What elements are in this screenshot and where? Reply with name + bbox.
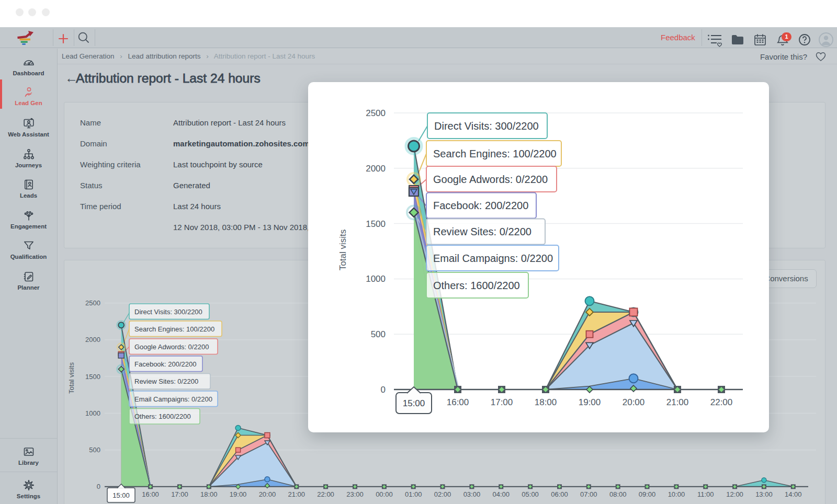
svg-text:20:00: 20:00 [259,490,276,498]
svg-text:15:00: 15:00 [112,491,130,499]
svg-text:07:00: 07:00 [580,490,597,498]
svg-text:13:00: 13:00 [755,490,773,498]
svg-text:Total visits: Total visits [338,230,348,270]
svg-text:2000: 2000 [366,164,386,174]
svg-text:22:00: 22:00 [710,397,733,407]
svg-text:500: 500 [89,446,100,454]
svg-text:1000: 1000 [366,274,386,284]
svg-text:Others: 1600/2200: Others: 1600/2200 [433,280,520,291]
svg-text:1500: 1500 [366,219,386,229]
svg-text:17:00: 17:00 [171,490,188,498]
svg-text:Search Engines: 100/2200: Search Engines: 100/2200 [134,325,214,333]
svg-text:0: 0 [381,385,386,395]
svg-text:Facebook: 200/2200: Facebook: 200/2200 [134,360,197,368]
svg-text:1000: 1000 [85,409,100,417]
svg-text:05:00: 05:00 [522,490,539,498]
svg-text:2500: 2500 [85,299,100,307]
svg-text:Total visits: Total visits [67,362,75,394]
svg-text:00:00: 00:00 [376,490,393,498]
svg-text:Email Campaigns: 0/2200: Email Campaigns: 0/2200 [433,253,553,264]
svg-text:1500: 1500 [85,373,100,381]
svg-text:11:00: 11:00 [697,490,714,498]
svg-text:500: 500 [371,329,386,339]
svg-text:09:00: 09:00 [639,490,656,498]
svg-text:Review Sites: 0/2200: Review Sites: 0/2200 [134,377,198,385]
svg-text:18:00: 18:00 [535,397,557,407]
svg-text:Search Engines: 100/2200: Search Engines: 100/2200 [433,148,557,159]
svg-text:0: 0 [97,483,100,490]
svg-text:08:00: 08:00 [609,490,627,498]
svg-text:19:00: 19:00 [579,397,601,407]
svg-text:Email Campaigns: 0/2200: Email Campaigns: 0/2200 [134,395,212,403]
svg-text:17:00: 17:00 [491,397,513,407]
svg-text:22:00: 22:00 [317,490,334,498]
svg-text:03:00: 03:00 [463,490,481,498]
svg-text:Google Adwords: 0/2200: Google Adwords: 0/2200 [134,343,209,351]
svg-text:Direct Visits: 300/2200: Direct Visits: 300/2200 [134,308,202,316]
svg-text:16:00: 16:00 [447,397,469,407]
svg-text:04:00: 04:00 [493,490,510,498]
svg-text:19:00: 19:00 [230,490,247,498]
svg-text:02:00: 02:00 [434,490,451,498]
svg-text:18:00: 18:00 [200,490,218,498]
svg-text:Others: 1600/2200: Others: 1600/2200 [134,413,191,420]
svg-text:Google Adwords: 0/2200: Google Adwords: 0/2200 [433,174,548,185]
svg-text:21:00: 21:00 [666,397,689,407]
svg-text:2500: 2500 [366,108,386,118]
svg-text:Facebook: 200/2200: Facebook: 200/2200 [433,200,528,211]
svg-text:2000: 2000 [85,336,100,343]
svg-text:16:00: 16:00 [142,490,159,498]
svg-text:23:00: 23:00 [346,490,364,498]
svg-text:21:00: 21:00 [288,490,306,498]
svg-text:Review Sites: 0/2200: Review Sites: 0/2200 [433,226,531,237]
svg-text:15:00: 15:00 [403,398,425,408]
svg-text:12:00: 12:00 [726,490,743,498]
svg-text:14:00: 14:00 [785,490,802,498]
svg-text:10:00: 10:00 [668,490,685,498]
svg-text:01:00: 01:00 [405,490,422,498]
svg-text:20:00: 20:00 [623,397,645,407]
svg-text:Direct Visits: 300/2200: Direct Visits: 300/2200 [434,120,539,132]
svg-text:06:00: 06:00 [551,490,568,498]
